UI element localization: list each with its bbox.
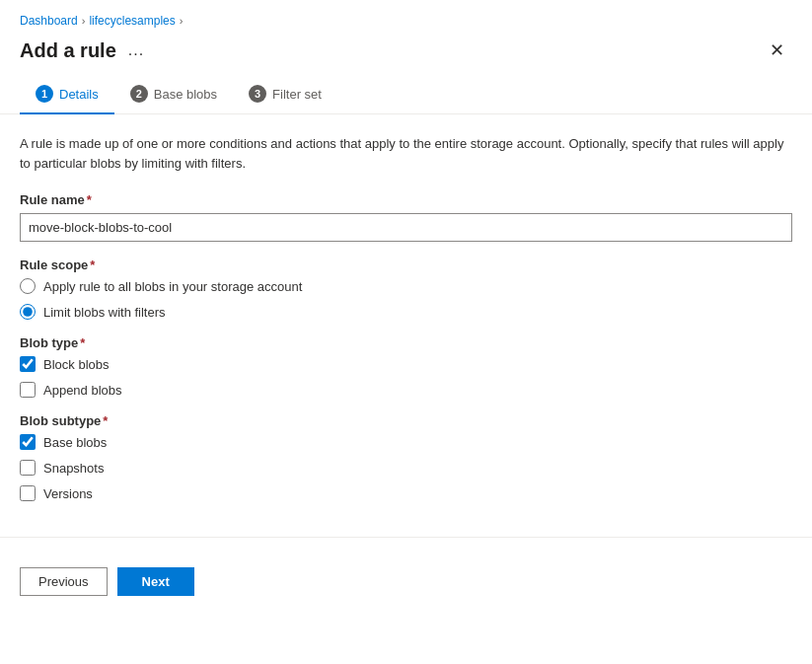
close-button[interactable]: ✕	[762, 37, 792, 63]
scope-option-all-label: Apply rule to all blobs in your storage …	[43, 279, 302, 294]
blob-subtype-base-label: Base blobs	[43, 435, 107, 450]
blob-subtype-versions-checkbox[interactable]	[20, 485, 36, 501]
scope-radio-limit[interactable]	[20, 304, 36, 320]
scope-option-all[interactable]: Apply rule to all blobs in your storage …	[20, 278, 792, 294]
blob-subtype-versions[interactable]: Versions	[20, 485, 792, 501]
footer: Previous Next	[0, 553, 812, 610]
blob-type-append-checkbox[interactable]	[20, 382, 36, 398]
blob-type-block[interactable]: Block blobs	[20, 356, 792, 372]
blob-type-append-label: Append blobs	[43, 383, 122, 398]
blob-type-label: Blob type*	[20, 335, 792, 350]
tab-filter-set-label: Filter set	[272, 87, 322, 102]
tab-details[interactable]: 1 Details	[20, 75, 114, 114]
blob-type-checkbox-group: Block blobs Append blobs	[20, 356, 792, 398]
blob-type-block-checkbox[interactable]	[20, 356, 36, 372]
breadcrumb-lifecyclesamples[interactable]: lifecyclesamples	[89, 14, 175, 28]
tab-base-blobs-label: Base blobs	[154, 87, 217, 102]
blob-type-group: Blob type* Block blobs Append blobs	[20, 335, 792, 398]
blob-subtype-snapshots-checkbox[interactable]	[20, 460, 36, 476]
description-text: A rule is made up of one or more conditi…	[20, 134, 792, 173]
blob-subtype-snapshots-label: Snapshots	[43, 461, 104, 476]
rule-name-input[interactable]	[20, 213, 792, 242]
tab-base-blobs[interactable]: 2 Base blobs	[114, 75, 233, 114]
breadcrumb-dashboard[interactable]: Dashboard	[20, 14, 78, 28]
panel-title: Add a rule	[20, 39, 116, 62]
tab-details-label: Details	[59, 87, 99, 102]
blob-subtype-base-checkbox[interactable]	[20, 434, 36, 450]
scope-option-limit-label: Limit blobs with filters	[43, 305, 166, 320]
breadcrumb-sep-1: ›	[82, 15, 86, 27]
next-button[interactable]: Next	[117, 567, 194, 596]
content-area: A rule is made up of one or more conditi…	[0, 114, 812, 537]
blob-subtype-base[interactable]: Base blobs	[20, 434, 792, 450]
tab-details-number: 1	[36, 85, 53, 103]
previous-button[interactable]: Previous	[20, 567, 108, 596]
blob-subtype-label: Blob subtype*	[20, 413, 792, 428]
panel-header: Add a rule ... ✕	[0, 34, 812, 75]
tab-filter-set[interactable]: 3 Filter set	[233, 75, 337, 114]
blob-type-block-label: Block blobs	[43, 357, 109, 372]
blob-subtype-snapshots[interactable]: Snapshots	[20, 460, 792, 476]
rule-scope-group: Rule scope* Apply rule to all blobs in y…	[20, 258, 792, 320]
blob-subtype-required: *	[103, 413, 108, 428]
tab-base-blobs-number: 2	[130, 85, 148, 103]
blob-subtype-checkbox-group: Base blobs Snapshots Versions	[20, 434, 792, 501]
rule-scope-label: Rule scope*	[20, 258, 792, 272]
ellipsis-button[interactable]: ...	[122, 39, 150, 61]
blob-type-append[interactable]: Append blobs	[20, 382, 792, 398]
blob-subtype-group: Blob subtype* Base blobs Snapshots Versi…	[20, 413, 792, 501]
scope-radio-group: Apply rule to all blobs in your storage …	[20, 278, 792, 320]
rule-scope-required: *	[90, 258, 95, 272]
panel-title-area: Add a rule ...	[20, 39, 150, 62]
footer-divider	[0, 537, 812, 538]
tab-filter-set-number: 3	[249, 85, 266, 103]
rule-name-group: Rule name*	[20, 192, 792, 242]
blob-type-required: *	[80, 335, 85, 350]
blob-subtype-versions-label: Versions	[43, 486, 93, 501]
rule-name-required: *	[87, 192, 92, 207]
breadcrumb-sep-2: ›	[180, 15, 184, 27]
rule-name-label: Rule name*	[20, 192, 792, 207]
breadcrumb: Dashboard › lifecyclesamples ›	[0, 0, 812, 34]
tabs-bar: 1 Details 2 Base blobs 3 Filter set	[0, 75, 812, 114]
scope-option-limit[interactable]: Limit blobs with filters	[20, 304, 792, 320]
scope-radio-all[interactable]	[20, 278, 36, 294]
